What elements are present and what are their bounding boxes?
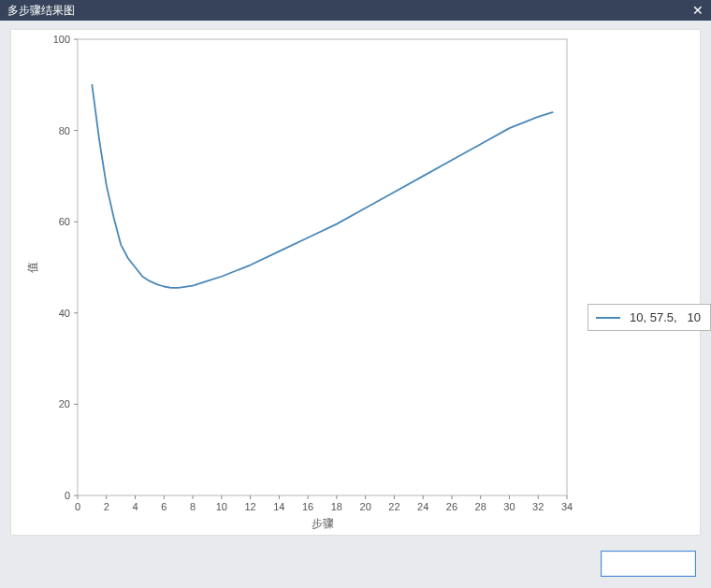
svg-text:18: 18 (331, 501, 342, 512)
svg-text:6: 6 (161, 501, 167, 512)
svg-text:2: 2 (104, 501, 109, 512)
footer-button[interactable] (601, 551, 696, 577)
legend-label: 10, 57.5, 10 (630, 310, 701, 324)
window-title: 多步骤结果图 (7, 3, 75, 19)
svg-text:24: 24 (417, 501, 428, 512)
chart-panel: 0204060801000246810121416182022242628303… (11, 30, 700, 535)
svg-text:20: 20 (59, 398, 70, 409)
svg-text:4: 4 (132, 501, 138, 512)
svg-text:40: 40 (59, 308, 70, 319)
svg-text:26: 26 (446, 501, 457, 512)
svg-text:10: 10 (216, 501, 227, 512)
legend-line-icon (596, 317, 620, 319)
svg-text:16: 16 (302, 501, 313, 512)
svg-text:32: 32 (532, 501, 544, 512)
titlebar: 多步骤结果图 ✕ (0, 0, 711, 21)
svg-text:34: 34 (561, 501, 573, 512)
chart-canvas: 0204060801000246810121416182022242628303… (11, 30, 700, 535)
svg-text:8: 8 (190, 501, 196, 512)
svg-text:60: 60 (59, 216, 70, 227)
svg-text:20: 20 (360, 501, 371, 512)
close-icon[interactable]: ✕ (692, 4, 704, 17)
svg-text:14: 14 (273, 501, 284, 512)
svg-text:30: 30 (503, 501, 515, 512)
svg-text:80: 80 (59, 125, 70, 136)
svg-rect-0 (78, 39, 567, 495)
svg-text:100: 100 (53, 34, 70, 45)
svg-text:0: 0 (75, 501, 80, 512)
legend: 10, 57.5, 10 (588, 304, 711, 331)
svg-text:28: 28 (475, 501, 486, 512)
svg-text:22: 22 (388, 501, 399, 512)
svg-text:值: 值 (26, 262, 39, 273)
svg-text:12: 12 (244, 501, 255, 512)
svg-text:0: 0 (65, 490, 70, 501)
svg-text:步骤: 步骤 (312, 517, 334, 530)
